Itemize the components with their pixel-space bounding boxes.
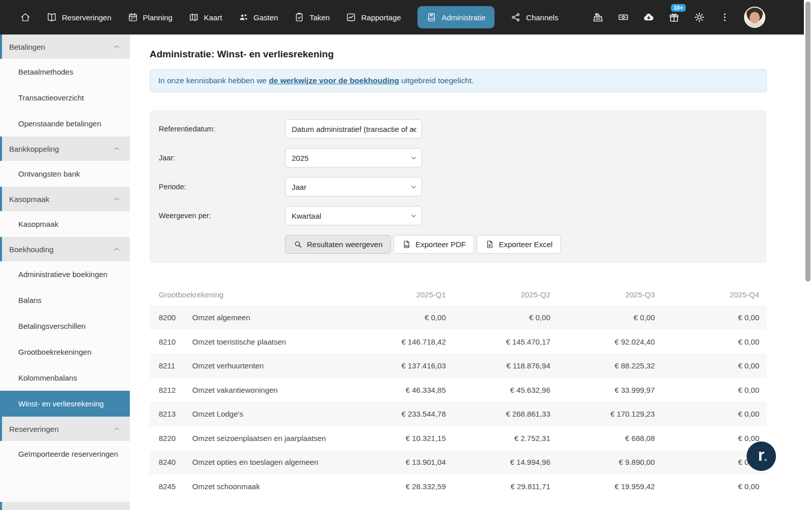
amount-cell: € 145.470,17: [446, 337, 550, 346]
page-title: Administratie: Winst- en verliesrekening: [150, 49, 767, 60]
sidebar-item-kasopmaak[interactable]: Kasopmaak: [0, 211, 130, 237]
button-label: Resultaten weergeven: [307, 240, 382, 249]
pdf-file-icon: PDF: [402, 240, 411, 249]
referentiedatum-select[interactable]: Datum administratief (transactie of act: [285, 119, 422, 139]
nav-item-taken[interactable]: Taken: [294, 12, 330, 22]
account-code: 8220: [159, 434, 192, 443]
account-name: Omzet opties en toeslagen algemeen: [192, 458, 341, 466]
nav-item-reserveringen[interactable]: Reserveringen: [47, 12, 112, 22]
notification-badge: 10+: [671, 4, 686, 12]
cash-register-icon: [592, 12, 604, 23]
chat-widget-button[interactable]: r: [747, 441, 776, 471]
account-name: Omzet Lodge's: [192, 410, 341, 418]
user-avatar[interactable]: [744, 7, 765, 28]
chevron-up-icon: [113, 245, 121, 253]
nav-item-gasten[interactable]: Gasten: [238, 12, 278, 22]
account-name: Omzet verhuurtenten: [192, 361, 341, 370]
sidebar-item-ge-mporteerde-reserveringen[interactable]: Geïmporteerde reserveringen: [0, 441, 130, 467]
section-title: Reserveringen: [9, 425, 59, 433]
sidebar-item-balans[interactable]: Balans: [0, 287, 130, 313]
account-code: 8245: [159, 482, 192, 491]
kebab-icon: [719, 12, 730, 23]
calendar-icon: [128, 12, 138, 22]
app-window: ReserveringenPlanningKaartGastenTakenRap…: [0, 0, 804, 510]
sidebar-section-bankkoppeling[interactable]: Bankkoppeling: [0, 137, 130, 161]
sidebar-section-betalingen[interactable]: Betalingen: [0, 35, 130, 59]
chevron-up-icon: [113, 195, 121, 203]
sidebar-item-kolommenbalans[interactable]: Kolommenbalans: [0, 365, 130, 391]
sidebar-item-grootboekrekeningen[interactable]: Grootboekrekeningen: [0, 339, 130, 365]
account-name: Omzet toeristische plaatsen: [192, 337, 341, 346]
account-name: Omzet algemeen: [192, 313, 341, 322]
amount-cell: € 0,00: [655, 337, 759, 346]
gifts-button[interactable]: 10+: [668, 11, 680, 23]
nav-label: Rapportage: [361, 13, 401, 22]
banner-text: In onze kennisbank hebben we: [158, 76, 269, 85]
sidebar-item-ontvangsten-bank[interactable]: Ontvangsten bank: [0, 161, 130, 187]
svg-text:PDF: PDF: [405, 245, 409, 248]
nav-item-channels[interactable]: Channels: [511, 12, 558, 22]
nav-item-rapportage[interactable]: Rapportage: [346, 12, 401, 22]
amount-cell: € 118.876,94: [446, 361, 550, 370]
cloud-download-icon: [643, 12, 654, 23]
table-row: 8210Omzet toeristische plaatsen€ 146.718…: [150, 330, 767, 354]
info-banner: In onze kennisbank hebben we de werkwijz…: [150, 69, 767, 92]
scrollbar-track: [804, 0, 812, 510]
banknote-icon: [618, 12, 629, 23]
sidebar-item-betalingsverschillen[interactable]: Betalingsverschillen: [0, 313, 130, 339]
section-title: Kasopmaak: [9, 195, 49, 203]
settings-button[interactable]: [693, 11, 705, 23]
payments-button[interactable]: [617, 11, 629, 23]
sidebar-item-winst-en-verliesrekening[interactable]: Winst- en verliesrekening: [0, 391, 130, 417]
amount-cell: € 92.024,40: [550, 337, 655, 346]
sidebar-item-administratieve-boekingen[interactable]: Administratieve boekingen: [0, 261, 130, 287]
jaar-select[interactable]: 2025: [285, 148, 422, 167]
nav-right: 10+: [592, 7, 765, 28]
top-nav: ReserveringenPlanningKaartGastenTakenRap…: [0, 0, 804, 35]
gift-icon: [668, 12, 680, 23]
periode-select[interactable]: Jaar: [285, 177, 422, 196]
export-pdf-button[interactable]: PDF Exporteer PDF: [394, 235, 474, 254]
filter-panel: Referentiedatum:Datum administratief (tr…: [150, 110, 767, 263]
button-label: Exporteer PDF: [415, 240, 466, 249]
chat-status-dot: [764, 459, 767, 461]
more-menu-button[interactable]: [719, 11, 731, 23]
sidebar-item-betaalmethodes[interactable]: Betaalmethodes: [0, 59, 130, 85]
select-value: Kwartaal: [292, 212, 416, 220]
nav-item-home[interactable]: [20, 12, 30, 22]
kennisbank-link[interactable]: de werkwijze voor de boekhouding: [269, 76, 399, 85]
column-header: 2025-Q2: [446, 290, 550, 299]
amount-cell: € 9.890,00: [550, 458, 655, 466]
export-excel-button[interactable]: Exporteer Excel: [477, 235, 561, 254]
nav-label: Kaart: [204, 13, 222, 22]
amount-cell: € 10.321,15: [341, 434, 446, 443]
table-row: 8213Omzet Lodge's€ 233.544,78€ 268.861,3…: [150, 402, 767, 426]
cash-register-button[interactable]: [592, 11, 604, 23]
nav-item-planning[interactable]: Planning: [128, 12, 172, 22]
account-code: 8212: [159, 386, 192, 394]
weergeven-per-select[interactable]: Kwartaal: [285, 206, 422, 225]
sidebar-section-boekhouding[interactable]: Boekhouding: [0, 237, 130, 261]
chat-widget-label: r: [758, 446, 765, 465]
sidebar-item-openstaande-betalingen[interactable]: Openstaande betalingen: [0, 111, 130, 137]
gear-icon: [694, 12, 705, 23]
nav-item-administratie[interactable]: Administratie: [417, 6, 495, 28]
scrollbar-thumb[interactable]: [805, 2, 810, 282]
select-value: Datum administratief (transactie of act: [292, 125, 416, 133]
amount-cell: € 29.811,71: [446, 482, 550, 491]
sidebar-section-kasopmaak[interactable]: Kasopmaak: [0, 187, 130, 211]
users-icon: [238, 12, 249, 22]
table-row: 8220Omzet seizoenplaatsen en jaarplaatse…: [150, 426, 767, 451]
sidebar-section-reserveringen[interactable]: Reserveringen: [0, 417, 130, 441]
banner-text: uitgebreid toegelicht.: [399, 76, 474, 85]
amount-cell: € 14.994,96: [446, 458, 550, 466]
table-header: Grootboekrekening2025-Q12025-Q22025-Q320…: [150, 283, 767, 305]
amount-cell: € 0,00: [446, 313, 550, 322]
nav-item-kaart[interactable]: Kaart: [189, 12, 222, 22]
amount-cell: € 688,08: [550, 434, 655, 443]
table-body: 8200Omzet algemeen€ 0,00€ 0,00€ 0,00€ 0,…: [150, 305, 767, 498]
sidebar-item-transactieoverzicht[interactable]: Transactieoverzicht: [0, 85, 130, 111]
select-value: Jaar: [292, 183, 416, 191]
show-results-button[interactable]: Resultaten weergeven: [285, 235, 391, 254]
cloud-download-button[interactable]: [643, 11, 655, 23]
